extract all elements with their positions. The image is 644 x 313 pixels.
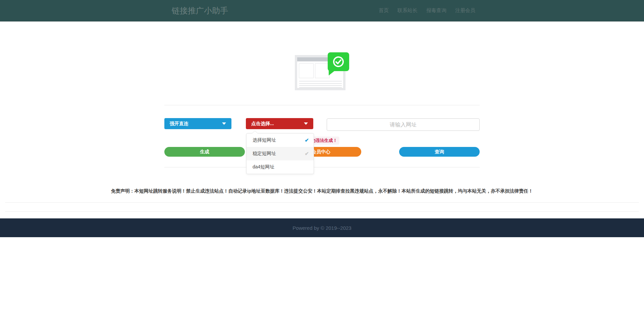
check-circle-icon xyxy=(333,56,344,67)
shortlink-form-panel: 强开直连 点击选择... 请勿违法生成！ 生成 会员中心 查询 选择短网址 ✔ … xyxy=(164,105,480,167)
nav-links: 首页 联系站长 报毒查询 注册会员 xyxy=(374,7,480,14)
text-line xyxy=(299,83,342,84)
nav-item-virus-check[interactable]: 报毒查询 xyxy=(422,7,451,14)
type-select-button[interactable]: 点击选择... xyxy=(246,118,313,129)
nav-item-contact[interactable]: 联系站长 xyxy=(393,7,422,14)
dropdown-option-da4-shorturl[interactable]: da4短网址 xyxy=(247,160,314,174)
disclaimer-text: 免责声明：本短网址跳转服务说明！禁止生成违法站点！自动记录ip地址至数据库！违法… xyxy=(0,188,644,194)
navbar-container: 链接推广小助手 首页 联系站长 报毒查询 注册会员 xyxy=(164,5,480,16)
divider xyxy=(5,211,639,212)
generate-button[interactable]: 生成 xyxy=(164,147,245,157)
footer-copyright: Powered by © 2019--2023 xyxy=(292,225,351,231)
url-input[interactable] xyxy=(327,118,480,131)
dropdown-option-stable-shorturl[interactable]: 稳定短网址 ✔ xyxy=(247,147,314,160)
site-footer: Powered by © 2019--2023 xyxy=(0,218,644,237)
brand-title[interactable]: 链接推广小助手 xyxy=(164,5,228,16)
caret-down-icon xyxy=(222,122,226,125)
thumbnail-box xyxy=(299,63,314,78)
dropdown-option-label: 稳定短网址 xyxy=(253,151,276,157)
type-select-label: 点击选择... xyxy=(251,121,274,127)
text-line xyxy=(299,85,342,86)
query-button[interactable]: 查询 xyxy=(399,147,480,157)
dropdown-option-select-shorturl[interactable]: 选择短网址 ✔ xyxy=(247,134,314,147)
check-icon: ✔ xyxy=(305,137,309,143)
channel-select-button[interactable]: 强开直连 xyxy=(164,118,231,129)
caret-down-icon xyxy=(304,122,308,125)
text-line xyxy=(299,87,342,88)
dropdown-option-label: 选择短网址 xyxy=(253,137,276,143)
type-select-dropdown-menu: 选择短网址 ✔ 稳定短网址 ✔ da4短网址 xyxy=(246,133,314,174)
navbar: 链接推广小助手 首页 联系站长 报毒查询 注册会员 xyxy=(0,0,644,21)
hero-illustration xyxy=(295,52,349,90)
channel-select-label: 强开直连 xyxy=(170,121,189,127)
check-icon: ✔ xyxy=(305,151,309,157)
dropdown-option-label: da4短网址 xyxy=(253,164,274,170)
nav-item-home[interactable]: 首页 xyxy=(374,7,393,14)
nav-item-register[interactable]: 注册会员 xyxy=(451,7,480,14)
checkmark-badge-icon xyxy=(328,52,349,71)
divider xyxy=(5,202,639,203)
text-line xyxy=(299,81,342,82)
